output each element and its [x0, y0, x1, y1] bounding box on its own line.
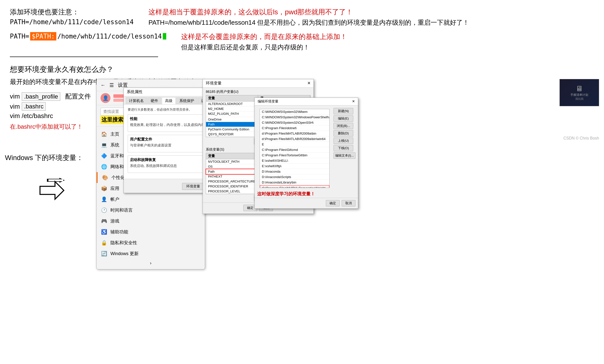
edit-env-content: C:\WINDOWS\System32\Wbem C:\WINDOWS\Syst… [255, 105, 358, 190]
path-item-4[interactable]: d:\Program Files\MATLAB\R2009a\bin [260, 131, 329, 136]
edit-env-dialog: 编辑环境变量 ✕ C:\WINDOWS\System32\Wbem C:\WIN… [254, 98, 358, 209]
sidebar-item-time[interactable]: 🕐 时间和语言 [97, 205, 205, 216]
home-icon: 🏠 [101, 131, 107, 138]
path-browse-btn[interactable]: 浏览(B)... [333, 123, 353, 129]
screenshot-thumbnail: 🖥 手握清单计划 我玩我 [560, 79, 599, 106]
path-item-11[interactable]: D:\Anaconda [260, 169, 329, 174]
sys-props-title: 系统属性 [127, 89, 143, 95]
tab-computer-name[interactable]: 计算机名 [126, 97, 147, 104]
override-warning: 这样是相当于覆盖掉原来的，这么做以后ls，pwd那些就用不了了！ [148, 7, 469, 17]
edit-env-close-icon[interactable]: ✕ [352, 99, 355, 104]
sys-row-6-var: PROCESSOR_LEVEL [206, 189, 258, 194]
sidebar-item-privacy[interactable]: 🔒 隐私和安全性 [97, 237, 205, 248]
edit-env-title-bar: 编辑环境变量 ✕ [255, 98, 358, 105]
sys-var-col-header: 变量 [206, 153, 258, 159]
time-label: 时间和语言 [110, 207, 133, 213]
path-delete-btn[interactable]: 删除(D) [333, 130, 353, 137]
games-icon: 🎮 [101, 218, 107, 224]
vim-etc-bashrc-line: vim /etc/bashrc [10, 112, 91, 120]
path-assign-line: PATH=/home/whb/111/code/lesson14 [10, 18, 134, 26]
accessibility-label: 辅助功能 [110, 229, 128, 235]
network-icon: 🌐 [101, 163, 107, 170]
path-up-btn[interactable]: 上移(U) [333, 138, 353, 144]
system-label: 系统 [110, 142, 119, 148]
time-icon: 🕐 [101, 207, 107, 214]
sidebar-item-accounts[interactable]: 👤 帐户 [97, 194, 205, 205]
path-edit-btn[interactable]: 编辑(E) [333, 115, 353, 122]
user-row-1-var: M2_HOME [206, 106, 258, 111]
path-item-9[interactable]: E:\xshell\XSHELL\ [260, 158, 329, 163]
update-label: Windows 更新 [110, 251, 139, 257]
user-row-2-var: MOZ_PLUGIN_PATH [206, 111, 258, 117]
memory-level-note: 但是这样重启后还是会复原，只是内存级的！ [181, 43, 347, 52]
path-item-5[interactable]: d:\Program Files\MATLAB\R2009a\bin\win64 [260, 136, 329, 142]
path-item-13[interactable]: D:\Anaconda\Library\bin [260, 180, 329, 185]
vim-cmd-3: vim /etc/bashrc [10, 112, 53, 120]
avatar: 👤 [101, 93, 110, 103]
deeplearning-annotation: 这时做深度学习的环境变量！ [255, 190, 358, 198]
accounts-icon: 👤 [101, 196, 107, 203]
settings-title: 设置 [118, 82, 128, 88]
sys-row-4-var: PROCESSOR_ARCHITECTURE [206, 179, 258, 184]
path-item-10[interactable]: E:\xshell\Xftp\ [260, 163, 329, 169]
games-label: 游戏 [110, 218, 119, 224]
user-vars-label: 86185 的用户变量(U) [203, 88, 313, 95]
path-append-line: PATH= $PATH: /home/whb/111/code/lesson14 [10, 32, 166, 40]
add-env-note: 添加环境便也要注意： [10, 7, 134, 17]
path-item-0[interactable]: C:\WINDOWS\System32\Wbem [260, 109, 329, 115]
tab-sys-protection[interactable]: 系统保护 [176, 97, 197, 104]
path-item-14[interactable]: C:\Program Files\NVIDIA Corporation\Nsig… [260, 185, 329, 188]
startup-desc: 系统启动, 系统故障和调试信息 [130, 164, 177, 168]
accounts-label: 帐户 [110, 196, 119, 202]
path-item-8[interactable]: C:\Program Files\TortoiseGit\bin [260, 153, 329, 158]
hamburger-icon[interactable]: ☰ [109, 82, 114, 88]
vim-bashrc-line: vim .bashrc [10, 102, 91, 111]
green-cursor [163, 33, 166, 40]
back-icon[interactable]: ← [101, 82, 105, 88]
path-item-7[interactable]: C:\Program Files\Git\cmd [260, 147, 329, 153]
env-vars-button[interactable]: 环境变量 [182, 183, 204, 190]
sidebar-item-update[interactable]: 🔄 Windows 更新 [97, 248, 205, 259]
no-override-note: 这样是不会覆盖掉原来的，而是在原来的基础上添加！ [181, 32, 347, 41]
apps-icon: 📦 [101, 185, 107, 192]
tab-advanced[interactable]: 高级 [162, 97, 176, 104]
windows-env-label: Windows 下的环境变量： [5, 153, 83, 162]
bashrc-file: .bashrc [22, 102, 46, 111]
bluetooth-icon: 🔷 [101, 152, 107, 159]
sys-row-2-var: Path [206, 169, 258, 174]
path-value: /home/whb/111/code/lesson14 [57, 33, 162, 40]
path-item-6[interactable]: E [260, 142, 329, 147]
privacy-label: 隐私和安全性 [110, 240, 137, 246]
bash-profile-file: .bash_profile [22, 92, 60, 101]
env-vars-close-icon[interactable]: ✕ [307, 81, 311, 86]
path-item-2[interactable]: C:\WINDOWS\System32\OpenSSH\ [260, 120, 329, 125]
path-down-btn[interactable]: 下移(O) [333, 145, 353, 151]
user-var-col-header: 变量 [206, 95, 258, 101]
startup-title: 启动和故障恢复 [130, 158, 177, 162]
sidebar-item-games[interactable]: 🎮 游戏 [97, 216, 205, 226]
sidebar-item-accessibility[interactable]: ♿ 辅助功能 [97, 226, 205, 237]
path-list: C:\WINDOWS\System32\Wbem C:\WINDOWS\Syst… [260, 109, 330, 188]
section-divider [10, 57, 158, 57]
privacy-icon: 🔒 [101, 239, 107, 246]
tab-hardware[interactable]: 硬件 [147, 97, 161, 104]
edit-env-cancel-btn[interactable]: 取消 [342, 200, 355, 206]
sys-row-5-var: PROCESSOR_IDENTIFIER [206, 184, 258, 189]
vim-cmd-2: vim [10, 103, 20, 110]
sys-row-3-var: PATHEXT [206, 174, 258, 179]
config-file-label: 配置文件 [65, 92, 91, 101]
path-item-12[interactable]: D:\Anaconda\Scripts [260, 174, 329, 180]
path-edit-text-btn[interactable]: 编辑文本(I)... [333, 152, 355, 159]
profile-desc: 与登录帐户相关的桌面设置 [130, 143, 171, 148]
path-item-1[interactable]: C:\WINDOWS\System32\WindowsPowerShell\v1… [260, 115, 329, 120]
user-row-5-var: PyCharm Community Edition [206, 127, 258, 132]
path-item-3[interactable]: C:\Program Files\dotnet\ [260, 125, 329, 131]
csdn-watermark: CSDN © Chris Bosh [563, 136, 599, 141]
expand-nav-btn[interactable]: › [97, 259, 205, 267]
update-icon: 🔄 [101, 250, 107, 257]
apps-label: 应用 [110, 185, 119, 191]
user-row-4-var: Path [206, 122, 258, 127]
path-side-btns: 新建(N) 编辑(E) 浏览(B)... 删除(D) 上移(U) 下移(O) 编… [333, 107, 355, 190]
path-new-btn[interactable]: 新建(N) [333, 108, 353, 114]
edit-env-ok-btn[interactable]: 确定 [326, 200, 340, 206]
